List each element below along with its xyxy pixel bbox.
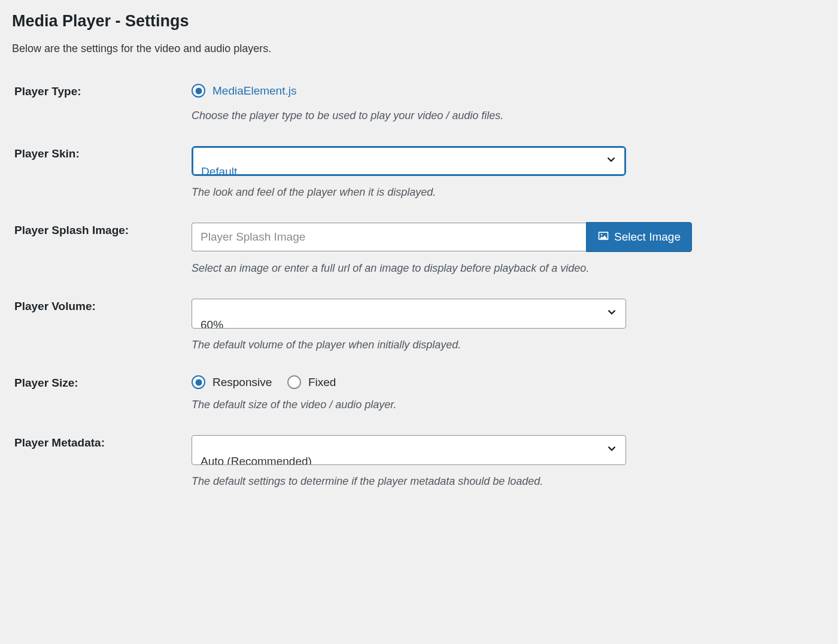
- section-title: Media Player - Settings: [12, 12, 718, 31]
- section-description: Below are the settings for the video and…: [12, 42, 718, 55]
- radio-icon: [192, 84, 205, 98]
- select-player-volume[interactable]: 60%: [192, 299, 626, 329]
- label-player-metadata: Player Metadata:: [12, 424, 192, 501]
- radio-label: MediaElement.js: [212, 84, 296, 98]
- label-player-volume: Player Volume:: [12, 288, 192, 364]
- select-image-button-label: Select Image: [614, 230, 681, 244]
- row-player-metadata: Player Metadata: Auto (Recommended) The …: [12, 424, 718, 501]
- label-player-skin: Player Skin:: [12, 135, 192, 212]
- splash-input-group: Select Image: [192, 223, 692, 252]
- radio-label: Fixed: [308, 376, 336, 389]
- help-player-size: The default size of the video / audio pl…: [192, 397, 712, 412]
- chevron-down-icon: [605, 442, 618, 455]
- select-value: 60%: [201, 318, 223, 329]
- help-player-type: Choose the player type to be used to pla…: [192, 108, 712, 123]
- row-player-size: Player Size: Responsive Fixed The defaul…: [12, 364, 718, 424]
- image-icon: [597, 230, 609, 245]
- label-player-type: Player Type:: [12, 73, 192, 135]
- label-splash-image: Player Splash Image:: [12, 212, 192, 288]
- row-splash-image: Player Splash Image: Select Image Select…: [12, 212, 718, 288]
- radio-icon: [192, 375, 205, 389]
- radio-size-fixed[interactable]: Fixed: [287, 375, 336, 389]
- settings-table: Player Type: MediaElement.js Choose the …: [12, 73, 718, 502]
- label-player-size: Player Size:: [12, 364, 192, 424]
- help-player-volume: The default volume of the player when in…: [192, 337, 712, 353]
- row-player-skin: Player Skin: Default The look and feel o…: [12, 135, 718, 212]
- select-image-button[interactable]: Select Image: [586, 222, 692, 252]
- radio-icon: [287, 375, 301, 389]
- settings-wrap: Media Player - Settings Below are the se…: [0, 0, 730, 525]
- select-player-metadata[interactable]: Auto (Recommended): [192, 435, 626, 465]
- row-player-volume: Player Volume: 60% The default volume of…: [12, 288, 718, 364]
- help-splash-image: Select an image or enter a full url of a…: [192, 260, 712, 276]
- select-player-skin[interactable]: Default: [192, 146, 626, 176]
- chevron-down-icon: [605, 306, 618, 319]
- select-value: Default: [201, 165, 237, 176]
- chevron-down-icon: [605, 153, 618, 166]
- radio-size-responsive[interactable]: Responsive: [192, 375, 272, 389]
- row-player-type: Player Type: MediaElement.js Choose the …: [12, 73, 718, 135]
- select-value: Auto (Recommended): [201, 455, 312, 465]
- radio-player-type-mediaelement[interactable]: MediaElement.js: [192, 84, 296, 98]
- help-player-skin: The look and feel of the player when it …: [192, 184, 712, 200]
- splash-image-input[interactable]: [192, 223, 586, 251]
- help-player-metadata: The default settings to determine if the…: [192, 473, 712, 489]
- radio-label: Responsive: [212, 376, 272, 389]
